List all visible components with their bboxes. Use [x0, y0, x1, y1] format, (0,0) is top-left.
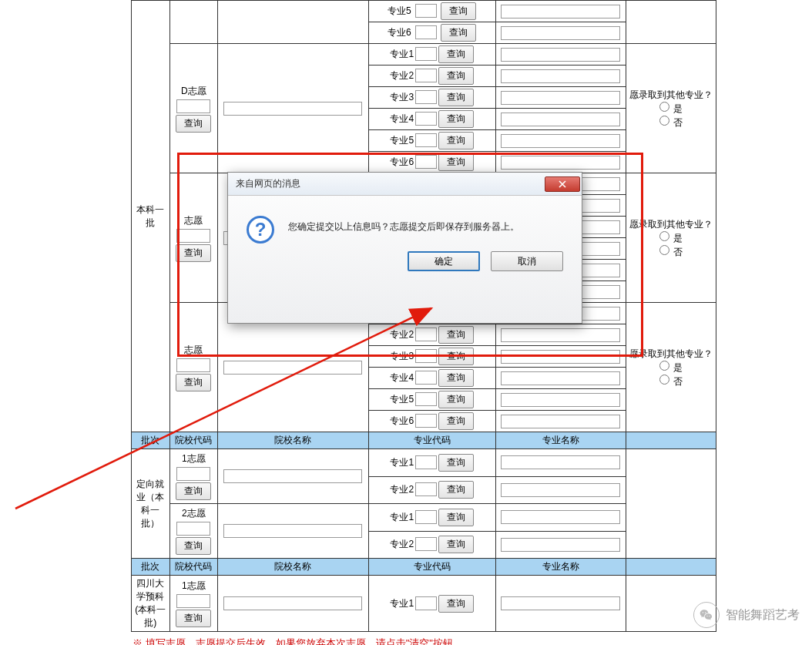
- school-code-input[interactable]: [176, 467, 210, 481]
- col-major-code: 专业代码: [368, 432, 495, 449]
- batch-label-2: 定向就业（本科一批）: [132, 449, 170, 559]
- obey-no-radio[interactable]: [659, 116, 669, 126]
- major-name-input[interactable]: [501, 328, 620, 342]
- col-school-code: 院校代码: [169, 432, 217, 449]
- batch-label-3: 四川大学预科(本科一批): [132, 576, 170, 632]
- query-major-button[interactable]: 查询: [438, 595, 474, 613]
- major-name-input[interactable]: [501, 5, 620, 18]
- dialog-close-button[interactable]: [545, 176, 580, 192]
- school-code-input[interactable]: [176, 229, 210, 243]
- major-code-input[interactable]: [415, 596, 437, 610]
- query-major-button[interactable]: 查询: [438, 153, 474, 171]
- query-school-button[interactable]: 查询: [176, 244, 211, 262]
- school-code-input[interactable]: [176, 358, 210, 372]
- query-major-button[interactable]: 查询: [438, 509, 474, 526]
- major-label: 专业3: [390, 92, 414, 102]
- obey-yes-radio[interactable]: [659, 102, 669, 112]
- major-name-input[interactable]: [501, 510, 620, 524]
- school-name-input[interactable]: [223, 469, 362, 483]
- query-major-button[interactable]: 查询: [438, 391, 474, 408]
- school-code-input[interactable]: [176, 99, 210, 113]
- major-code-input[interactable]: [415, 25, 437, 39]
- major-name-input[interactable]: [501, 113, 620, 126]
- school-code-input[interactable]: [176, 594, 210, 608]
- major-label: 专业5: [390, 394, 414, 405]
- school-name-input[interactable]: [223, 596, 362, 610]
- major-code-input[interactable]: [415, 155, 437, 169]
- query-school-button[interactable]: 查询: [176, 610, 211, 627]
- major-label: 专业2: [390, 539, 414, 549]
- query-major-button[interactable]: 查询: [438, 45, 474, 63]
- query-major-button[interactable]: 查询: [441, 24, 476, 42]
- major-code-input[interactable]: [415, 328, 437, 341]
- major-code-input[interactable]: [415, 349, 437, 363]
- query-major-button[interactable]: 查询: [438, 412, 474, 430]
- major-name-input[interactable]: [501, 350, 620, 364]
- wish-1-label: 1志愿: [173, 579, 214, 593]
- dialog-title: 来自网页的消息: [236, 177, 545, 190]
- major-name-input[interactable]: [501, 26, 620, 40]
- obey-prompt: 愿录取到其他专业？: [629, 89, 713, 100]
- dialog-ok-button[interactable]: 确定: [408, 251, 480, 271]
- query-school-button[interactable]: 查询: [176, 482, 211, 500]
- major-label: 专业5: [390, 135, 414, 146]
- query-major-button[interactable]: 查询: [438, 369, 474, 387]
- major-name-input[interactable]: [501, 483, 620, 497]
- major-name-input[interactable]: [501, 91, 620, 105]
- major-name-input[interactable]: [501, 48, 620, 62]
- query-major-button[interactable]: 查询: [438, 326, 474, 344]
- school-name-input[interactable]: [223, 102, 362, 116]
- major-code-input[interactable]: [415, 47, 437, 61]
- major-code-input[interactable]: [415, 69, 437, 82]
- school-code-input[interactable]: [176, 522, 210, 536]
- col-major-code: 专业代码: [368, 559, 495, 576]
- obey-no-radio[interactable]: [659, 245, 669, 255]
- col-batch: 批次: [132, 432, 170, 449]
- obey-no-radio[interactable]: [659, 375, 669, 385]
- major-label: 专业4: [390, 372, 414, 383]
- major-name-input[interactable]: [501, 69, 620, 83]
- major-code-input[interactable]: [415, 4, 437, 18]
- major-name-input[interactable]: [501, 415, 620, 428]
- major-code-input[interactable]: [415, 510, 437, 524]
- major-code-input[interactable]: [415, 455, 437, 469]
- major-code-input[interactable]: [415, 482, 437, 496]
- query-school-button[interactable]: 查询: [176, 537, 211, 555]
- query-major-button[interactable]: 查询: [438, 348, 474, 365]
- major-code-input[interactable]: [415, 371, 437, 385]
- major-code-input[interactable]: [415, 414, 437, 428]
- query-major-button[interactable]: 查询: [438, 454, 474, 472]
- major-name-input[interactable]: [501, 538, 620, 552]
- major-label: 专业2: [390, 484, 414, 495]
- major-name-input[interactable]: [501, 371, 620, 385]
- hint-effective-text: 志愿提交后生效: [196, 637, 266, 645]
- query-school-button[interactable]: 查询: [176, 374, 211, 391]
- major-name-input[interactable]: [501, 455, 620, 469]
- wish-label: 志愿: [173, 214, 214, 227]
- query-major-button[interactable]: 查询: [438, 89, 474, 106]
- query-major-button[interactable]: 查询: [438, 110, 474, 128]
- major-code-input[interactable]: [415, 112, 437, 126]
- query-major-button[interactable]: 查询: [438, 132, 474, 149]
- major-code-input[interactable]: [415, 537, 437, 551]
- query-major-button[interactable]: 查询: [438, 536, 474, 553]
- wish-d-label: D志愿: [173, 85, 214, 98]
- obey-yes-radio[interactable]: [659, 361, 669, 371]
- major-name-input[interactable]: [501, 134, 620, 148]
- school-name-input[interactable]: [223, 361, 362, 375]
- query-major-button[interactable]: 查询: [441, 2, 476, 20]
- col-batch: 批次: [132, 559, 170, 576]
- major-code-input[interactable]: [415, 133, 437, 147]
- dialog-cancel-button[interactable]: 取消: [491, 251, 563, 271]
- school-name-input[interactable]: [223, 524, 362, 538]
- major-name-input[interactable]: [501, 393, 620, 407]
- major-name-input[interactable]: [501, 596, 620, 610]
- wechat-icon: [693, 602, 720, 628]
- obey-yes-radio[interactable]: [659, 231, 669, 241]
- query-major-button[interactable]: 查询: [438, 67, 474, 85]
- major-code-input[interactable]: [415, 90, 437, 104]
- query-major-button[interactable]: 查询: [438, 481, 474, 499]
- major-code-input[interactable]: [415, 392, 437, 406]
- major-name-input[interactable]: [501, 156, 620, 170]
- query-school-button[interactable]: 查询: [176, 115, 211, 133]
